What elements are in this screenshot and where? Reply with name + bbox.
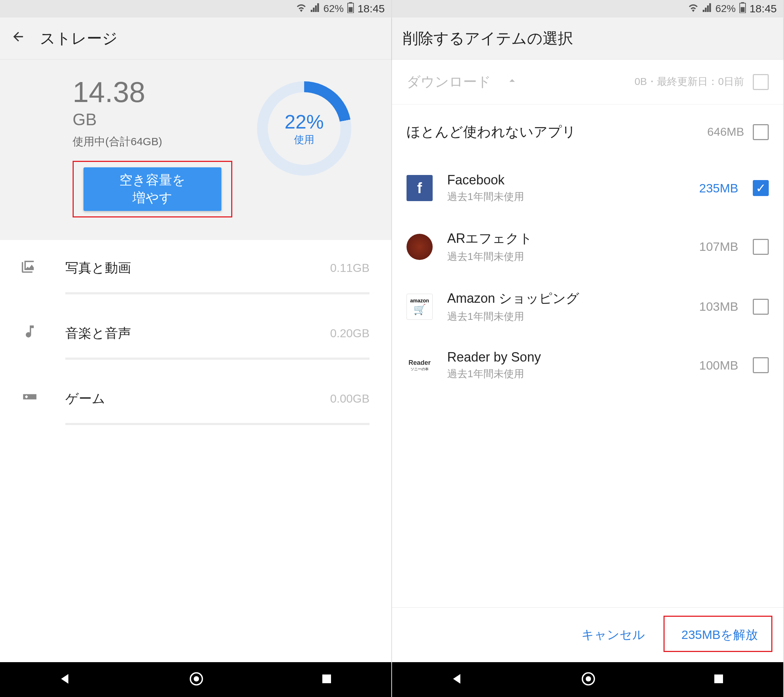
page-title: 削除するアイテムの選択 [403,28,573,49]
photos-icon [22,258,65,278]
app-icon: f [407,175,433,201]
storage-usage: 14.38 GB 使用中(合計64GB) 空き容量を 増やす [72,78,232,218]
used-unit: GB [72,110,232,129]
category-bar [65,292,369,294]
section-size: 646MB [707,125,744,139]
svg-rect-7 [741,2,744,3]
svg-point-4 [194,676,199,682]
status-bar: 62% 18:45 [0,0,391,17]
nav-recent-icon[interactable] [320,672,333,687]
section-unused-apps[interactable]: ほとんど使われないアプリ 646MB [392,105,783,159]
app-row-ar-effect[interactable]: ARエフェクト 過去1年間未使用 107MB [392,217,783,277]
category-size: 0.00GB [297,392,369,405]
checkbox[interactable] [753,124,769,140]
category-music[interactable]: 音楽と音声 0.20GB [0,305,391,371]
used-value: 14.38 [72,78,232,107]
app-subtitle: 過去1年間未使用 [447,310,662,323]
app-size: 107MB [677,240,738,254]
back-arrow-icon[interactable] [11,30,25,48]
app-subtitle: 過去1年間未使用 [447,367,662,381]
app-size: 235MB [677,181,738,195]
action-bar: キャンセル 235MBを解放 [392,607,783,662]
signal-icon [310,3,320,15]
signal-icon [702,3,712,15]
section-title: ほとんど使われないアプリ [407,123,576,141]
svg-point-10 [586,676,591,682]
checkbox[interactable] [753,299,769,315]
svg-rect-2 [348,7,352,12]
category-name: 音楽と音声 [65,325,297,342]
nav-home-icon[interactable] [580,671,596,688]
app-size: 100MB [677,358,738,372]
annotation-highlight [664,616,772,652]
donut-label: 使用 [294,133,314,147]
category-bar [65,423,369,425]
category-name: ゲーム [65,390,297,408]
svg-rect-5 [322,674,331,683]
app-icon: Readerソニーの本 [407,352,433,378]
category-photos[interactable]: 写真と動画 0.11GB [0,240,391,305]
usage-donut: 22% 使用 [257,81,351,176]
checkbox[interactable]: ✓ [753,180,769,196]
category-name: 写真と動画 [65,259,297,277]
app-icon: amazon🛒 [407,294,433,320]
app-row-reader[interactable]: Readerソニーの本 Reader by Sony 過去1年間未使用 100M… [392,336,783,394]
delete-items-content: ダウンロード 0B・最終更新日：0日前 ほとんど使われないアプリ 646MB f… [392,59,783,662]
category-size: 0.11GB [297,261,369,275]
free-space-button[interactable]: 空き容量を 増やす [84,167,221,211]
app-bar: 削除するアイテムの選択 [392,17,783,59]
clock: 18:45 [749,3,777,15]
nav-back-icon[interactable] [58,672,72,687]
nav-home-icon[interactable] [188,671,204,688]
nav-back-icon[interactable] [450,672,464,687]
app-row-amazon[interactable]: amazon🛒 Amazon ショッピング 過去1年間未使用 103MB [392,277,783,336]
phone-right: 62% 18:45 削除するアイテムの選択 ダウンロード 0B・最終更新日：0日… [392,0,784,697]
storage-summary: 14.38 GB 使用中(合計64GB) 空き容量を 増やす 22% 使用 [0,59,391,240]
nav-recent-icon[interactable] [712,672,725,687]
app-bar: ストレージ [0,17,391,59]
battery-icon [348,2,354,16]
battery-percent: 62% [323,3,344,15]
category-list: 写真と動画 0.11GB 音楽と音声 0.20GB ゲーム 0.00GB [0,240,391,662]
used-subtitle: 使用中(合計64GB) [72,134,232,149]
category-bar [65,358,369,360]
svg-rect-1 [349,2,352,3]
nav-bar [392,662,783,697]
category-games[interactable]: ゲーム 0.00GB [0,371,391,436]
music-icon [22,323,65,343]
app-icon [407,234,433,260]
games-icon [22,389,65,409]
nav-bar [0,662,391,697]
app-name: Facebook [447,173,662,188]
category-size: 0.20GB [297,327,369,340]
battery-icon [740,2,746,16]
cancel-button[interactable]: キャンセル [571,619,656,651]
checkbox[interactable] [753,74,769,90]
section-meta: 0B・最終更新日：0日前 [634,75,744,88]
section-title: ダウンロード [407,73,491,91]
app-name: ARエフェクト [447,230,662,247]
app-row-facebook[interactable]: f Facebook 過去1年間未使用 235MB ✓ [392,159,783,217]
wifi-icon [296,3,307,15]
chevron-up-icon [506,74,519,90]
app-name: Amazon ショッピング [447,290,662,308]
app-subtitle: 過去1年間未使用 [447,250,662,264]
clock: 18:45 [357,3,385,15]
app-name: Reader by Sony [447,349,662,365]
status-bar: 62% 18:45 [392,0,783,17]
svg-rect-8 [740,7,744,12]
section-downloads[interactable]: ダウンロード 0B・最終更新日：0日前 [392,59,783,105]
donut-percent: 22% [285,110,324,133]
checkbox[interactable] [753,357,769,373]
wifi-icon [688,3,699,15]
page-title: ストレージ [40,28,118,49]
phone-left: 62% 18:45 ストレージ 14.38 GB 使用中(合計64GB) 空き容… [0,0,392,697]
checkbox[interactable] [753,239,769,255]
app-subtitle: 過去1年間未使用 [447,190,662,204]
app-size: 103MB [677,300,738,314]
svg-rect-11 [714,674,723,683]
battery-percent: 62% [715,3,736,15]
